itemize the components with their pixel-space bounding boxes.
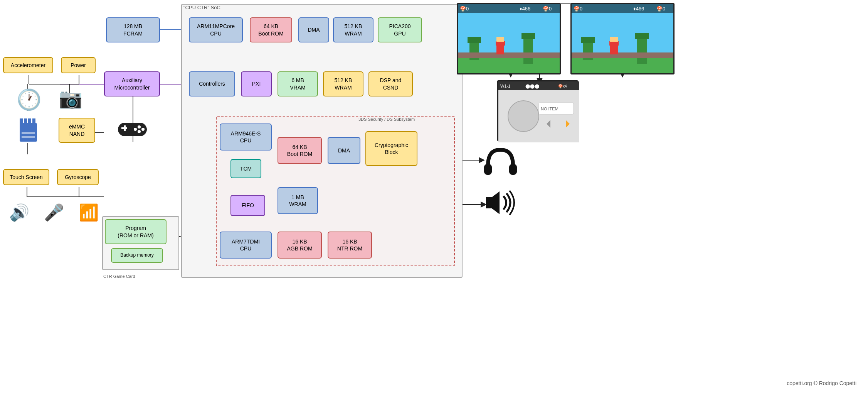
arm11-box: ARM11MPCoreCPU xyxy=(189,17,243,42)
dsp-csnd-box: DSP andCSND xyxy=(368,71,413,96)
svg-rect-88 xyxy=(572,52,675,58)
pxi-box: PXI xyxy=(241,71,272,96)
program-rom-box: Program(ROM or RAM) xyxy=(105,219,167,244)
svg-marker-108 xyxy=(486,191,500,214)
svg-rect-77 xyxy=(496,37,504,42)
tcm-box: TCM xyxy=(230,159,261,178)
gamepad-icon xyxy=(115,115,150,142)
svg-text:W1-1: W1-1 xyxy=(500,84,510,88)
ctr-game-card-label: CTR Game Card xyxy=(103,274,135,279)
svg-point-67 xyxy=(138,130,141,133)
bottom-screen: W1-1 ⬤⬤⬤ 🍄x4 NO ITEM xyxy=(497,80,578,141)
arm946-box: ARM946E-SCPU xyxy=(220,123,272,150)
svg-rect-75 xyxy=(496,45,504,54)
clock-icon: 🕐 xyxy=(15,88,42,111)
svg-rect-56 xyxy=(24,118,27,126)
gyroscope-box: Gyroscope xyxy=(57,169,99,185)
wram-1mb-box: 1 MBWRAM xyxy=(278,187,318,214)
svg-point-64 xyxy=(138,125,141,129)
svg-rect-55 xyxy=(20,118,23,126)
wifi-icon: 📶 xyxy=(77,201,100,224)
dma-sec-box: DMA xyxy=(328,137,360,164)
svg-text:⬤⬤⬤: ⬤⬤⬤ xyxy=(525,84,539,89)
boot-rom-64-sec-box: 64 KBBoot ROM xyxy=(278,137,322,164)
svg-rect-63 xyxy=(121,127,127,129)
svg-rect-59 xyxy=(22,132,35,134)
wram-512-top-box: 512 KBWRAM xyxy=(333,17,373,42)
fifo-box: FIFO xyxy=(230,195,265,216)
svg-rect-72 xyxy=(523,35,533,64)
svg-rect-106 xyxy=(484,164,492,175)
crypto-block-box: CryptographicBlock xyxy=(365,131,417,166)
backup-memory-box: Backup memory xyxy=(111,248,163,263)
svg-rect-91 xyxy=(610,37,618,42)
svg-rect-74 xyxy=(458,52,561,58)
svg-point-101 xyxy=(508,101,539,132)
accelerometer-box: Accelerometer xyxy=(3,57,53,73)
fcram-box: 128 MBFCRAM xyxy=(106,17,160,42)
svg-text:🍄0: 🍄0 xyxy=(574,5,582,12)
wram-512-mid-box: 512 KBWRAM xyxy=(323,71,363,96)
copyright-text: copetti.org © Rodrigo Copetti xyxy=(787,380,856,386)
emmc-nand-box: eMMCNAND xyxy=(59,118,95,143)
speaker-right-icon xyxy=(481,184,520,221)
svg-text:🍄x4: 🍄x4 xyxy=(558,84,567,89)
vram-6mb-box: 6 MBVRAM xyxy=(278,71,318,96)
svg-rect-85 xyxy=(581,37,595,43)
diagram-container: "CPU CTR" SoC 3DS Security / DS Subsyste… xyxy=(0,0,868,394)
svg-rect-107 xyxy=(509,164,517,175)
dma-top-box: DMA xyxy=(298,17,329,42)
svg-point-65 xyxy=(141,128,145,131)
top-screen-left: 🍄0 ♦466 🍄0 xyxy=(457,3,561,74)
svg-text:NO ITEM: NO ITEM xyxy=(541,107,558,111)
camera-icon: 📷 xyxy=(57,87,84,110)
microphone-icon: 🎤 xyxy=(42,201,66,224)
top-screen-right: 🍄0 ♦466 🍄0 xyxy=(570,3,675,74)
svg-rect-89 xyxy=(610,45,618,54)
svg-rect-57 xyxy=(28,118,31,126)
svg-text:♦466: ♦466 xyxy=(633,6,644,12)
svg-rect-86 xyxy=(637,35,647,64)
touch-screen-box: Touch Screen xyxy=(3,169,49,185)
power-box: Power xyxy=(61,57,96,73)
svg-rect-87 xyxy=(635,33,649,39)
cpu-ctr-soc-label: "CPU CTR" SoC xyxy=(183,5,220,10)
ds-subsystem-label: 3DS Security / DS Subsystem xyxy=(358,117,415,122)
svg-rect-73 xyxy=(521,33,535,39)
svg-text:♦466: ♦466 xyxy=(520,6,530,12)
svg-rect-58 xyxy=(32,118,35,126)
headphones-icon xyxy=(481,143,520,181)
arm7tdmi-box: ARM7TDMICPU xyxy=(220,232,272,259)
svg-text:🍄0: 🍄0 xyxy=(460,5,469,12)
sd-card-icon xyxy=(15,118,42,143)
speaker-left-icon: 🔊 xyxy=(8,201,31,224)
svg-point-66 xyxy=(134,128,137,131)
boot-rom-64-top-box: 64 KBBoot ROM xyxy=(250,17,292,42)
controllers-box: Controllers xyxy=(189,71,235,96)
svg-text:🍄0: 🍄0 xyxy=(543,5,552,12)
svg-rect-60 xyxy=(22,136,35,138)
agb-rom-box: 16 KBAGB ROM xyxy=(278,232,322,259)
svg-text:🍄0: 🍄0 xyxy=(656,5,665,12)
svg-rect-71 xyxy=(468,37,481,43)
ntr-rom-box: 16 KBNTR ROM xyxy=(328,232,372,259)
pica200-box: PICA200GPU xyxy=(378,17,422,42)
aux-micro-box: AuxiliaryMicrocontroller xyxy=(104,71,160,96)
